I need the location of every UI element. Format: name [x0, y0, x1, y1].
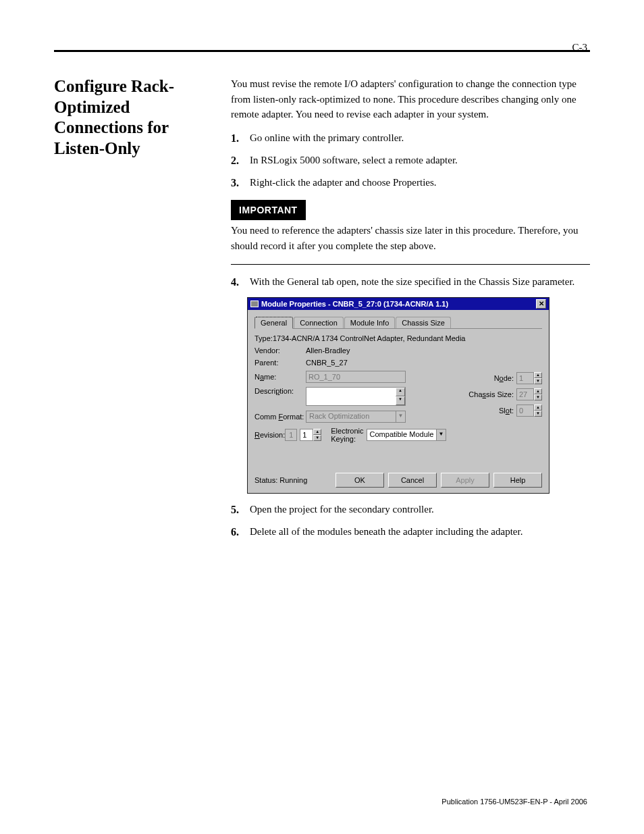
node-label: Node:: [494, 374, 514, 382]
spin-up-icon[interactable]: ▲: [534, 388, 542, 394]
node-field[interactable]: [516, 372, 534, 384]
publication-footer: Publication 1756-UM523F-EN-P - April 200…: [441, 798, 587, 806]
spin-up-icon[interactable]: ▲: [534, 372, 542, 378]
name-field[interactable]: [306, 371, 406, 383]
slot-label: Slot:: [499, 407, 514, 415]
important-rule: [231, 264, 590, 265]
spin-down-icon[interactable]: ▼: [534, 378, 542, 384]
vendor-value: Allen-Bradley: [306, 346, 417, 355]
ok-button[interactable]: OK: [336, 473, 384, 488]
revision-minor-field[interactable]: [300, 429, 313, 441]
spin-up-icon[interactable]: ▲: [313, 429, 321, 435]
apply-button[interactable]: Apply: [441, 473, 489, 488]
dialog-title-icon: [250, 301, 259, 307]
spin-down-icon[interactable]: ▼: [534, 394, 542, 400]
spin-down-icon[interactable]: ▼: [313, 435, 321, 441]
ekey-label: Electronic Keying:: [331, 427, 363, 443]
dialog-titlebar: Module Properties - CNBR_5_27:0 (1734-AC…: [248, 298, 549, 310]
tab-module-info[interactable]: Module Info: [344, 317, 395, 328]
chassis-size-label: Chassis Size:: [468, 390, 514, 398]
vendor-label: Vendor:: [254, 346, 306, 355]
scroll-down-icon[interactable]: ▼: [396, 396, 405, 405]
dialog-tabs: General Connection Module Info Chassis S…: [254, 315, 542, 329]
intro-paragraph: You must revise the remote I/O adapters'…: [231, 76, 590, 122]
step-4: With the General tab open, note the size…: [231, 274, 590, 290]
revision-major-field[interactable]: [285, 429, 297, 441]
module-properties-dialog: Module Properties - CNBR_5_27:0 (1734-AC…: [247, 297, 549, 494]
spin-up-icon[interactable]: ▲: [534, 405, 542, 411]
important-callout: IMPORTANT You need to reference the adap…: [231, 200, 590, 265]
steps-list-cont: With the General tab open, note the size…: [231, 274, 590, 290]
status-label: Status: Running: [254, 476, 307, 484]
commformat-label: Comm Format:: [254, 413, 306, 421]
parent-value: CNBR_5_27: [306, 359, 417, 367]
scroll-up-icon[interactable]: ▲: [396, 388, 405, 396]
commformat-select[interactable]: Rack Optimization ▼: [306, 411, 406, 423]
step-1: Go online with the primary controller.: [231, 130, 590, 146]
description-label: Description:: [254, 387, 306, 395]
important-text: You need to reference the adapters' chas…: [231, 223, 590, 261]
slot-field[interactable]: [516, 405, 534, 417]
chassis-size-field[interactable]: [516, 388, 534, 400]
chevron-down-icon[interactable]: ▼: [396, 411, 405, 422]
cancel-button[interactable]: Cancel: [388, 473, 437, 488]
type-label: Type:: [254, 334, 273, 342]
description-field[interactable]: ▲ ▼: [306, 387, 406, 406]
header-rule: [54, 50, 590, 52]
spin-down-icon[interactable]: ▼: [534, 411, 542, 417]
step-3: Right-click the adapter and choose Prope…: [231, 175, 590, 190]
close-icon[interactable]: ✕: [536, 299, 546, 309]
page-number: C-3: [572, 42, 588, 53]
tab-general[interactable]: General: [254, 317, 293, 329]
name-label: Name:: [254, 373, 306, 381]
dialog-title: Module Properties - CNBR_5_27:0 (1734-AC…: [261, 300, 448, 308]
revision-label: Revision:: [254, 431, 285, 439]
tab-connection[interactable]: Connection: [294, 317, 344, 328]
important-label: IMPORTANT: [231, 200, 306, 220]
help-button[interactable]: Help: [493, 473, 542, 488]
parent-label: Parent:: [254, 359, 306, 367]
step-6: Delete all of the modules beneath the ad…: [231, 524, 590, 540]
step-5: Open the project for the secondary contr…: [231, 502, 590, 517]
tab-chassis-size[interactable]: Chassis Size: [396, 317, 451, 328]
steps-list-cont2: Open the project for the secondary contr…: [231, 502, 590, 540]
step-2: In RSLogix 5000 software, select a remot…: [231, 153, 590, 168]
steps-list: Go online with the primary controller. I…: [231, 130, 590, 191]
section-title: Configure Rack-Optimized Connections for…: [54, 76, 223, 159]
